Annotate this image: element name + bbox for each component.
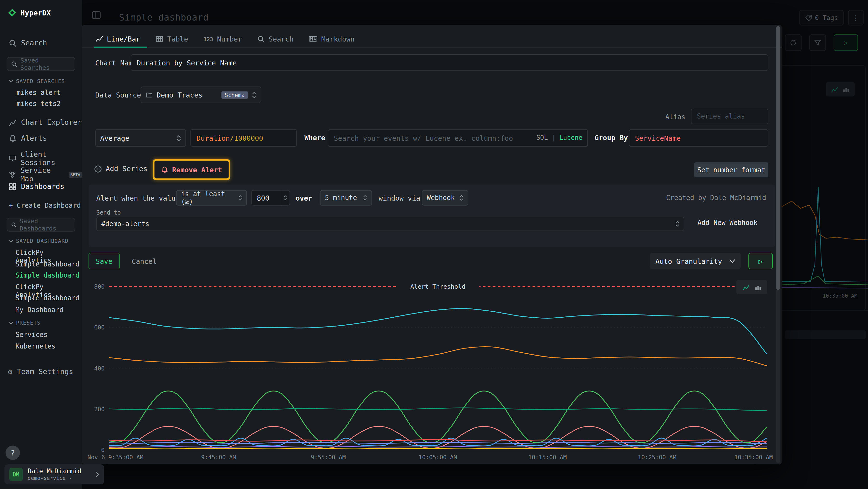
dashboard-list-item[interactable]: My Dashboard — [16, 306, 63, 313]
help-button[interactable]: ? — [5, 445, 20, 460]
sidebar-item-alerts[interactable]: Alerts — [9, 134, 47, 142]
app-logo[interactable]: HyperDX — [8, 8, 51, 17]
sidebar: HyperDX Search Saved Searches SAVED SEAR… — [0, 0, 82, 489]
chevron-down-icon — [9, 239, 13, 242]
saved-searches-input[interactable]: Saved Searches — [7, 57, 75, 71]
alert-window-select[interactable]: 5 minute — [320, 190, 372, 206]
number-stepper[interactable] — [281, 191, 289, 205]
value-field: Duration — [196, 134, 230, 142]
svg-text:Alert Threshold: Alert Threshold — [410, 283, 465, 290]
svg-text:10:25:00 AM: 10:25:00 AM — [638, 454, 676, 461]
sidebar-item-chart-explorer[interactable]: Chart Explorer — [9, 118, 82, 126]
bar-chart-icon[interactable] — [754, 283, 762, 291]
chevron-down-icon — [9, 79, 13, 83]
plus-circle-icon — [94, 165, 102, 173]
user-subtitle: demo-service - — [28, 475, 82, 482]
tab-markdown[interactable]: Markdown — [309, 34, 355, 43]
edit-chart-modal: Line/Bar Table 123 Number Search Markdow… — [82, 25, 782, 464]
sidebar-item-client-sessions[interactable]: Client Sessions — [9, 150, 82, 167]
markdown-icon — [309, 35, 317, 43]
preset-item-services[interactable]: Services — [16, 331, 48, 339]
sidebar-item-search[interactable]: Search — [9, 39, 47, 47]
alert-threshold-input[interactable]: 800 — [251, 190, 290, 206]
send-to-label: Send to — [96, 209, 121, 216]
lucene-toggle[interactable]: Lucene — [559, 134, 582, 141]
create-dashboard-button[interactable]: + Create Dashboard — [9, 202, 81, 209]
chevron-down-icon — [9, 321, 13, 324]
chart-display-toggle[interactable] — [736, 280, 768, 294]
saved-searches-header[interactable]: SAVED SEARCHES — [9, 78, 65, 84]
where-input-wrap: SQL | Lucene — [328, 129, 588, 147]
tab-line-bar[interactable]: Line/Bar — [95, 34, 140, 43]
granularity-select[interactable]: Auto Granularity — [650, 253, 741, 269]
chevron-up-icon[interactable] — [283, 195, 287, 198]
beta-badge: BETA — [69, 172, 82, 178]
preset-item-kubernetes[interactable]: Kubernetes — [16, 343, 56, 350]
tab-table[interactable]: Table — [156, 34, 188, 43]
svg-text:10:15:00 AM: 10:15:00 AM — [528, 454, 567, 461]
app-viewport: Simple dashboard 0 Tags ⋮ ▷ 10:35:00 AM — [0, 0, 868, 489]
dashboard-list-item-active[interactable]: Simple dashboard — [16, 271, 79, 279]
save-button[interactable]: Save — [89, 253, 120, 269]
updown-chevron-icon — [675, 221, 679, 227]
chart-name-input[interactable] — [131, 54, 768, 71]
svg-text:10:05:00 AM: 10:05:00 AM — [418, 454, 457, 461]
sql-toggle[interactable]: SQL — [536, 134, 548, 141]
dashboard-list-item[interactable]: Simple Dashboard — [16, 260, 79, 268]
alias-label: Alias — [661, 113, 685, 121]
data-source-select[interactable]: Demo Traces Schema — [141, 86, 261, 103]
user-menu[interactable]: DM Dale McDiarmid demo-service - — [4, 464, 104, 484]
gear-icon: ⚙ — [8, 367, 12, 376]
chevron-down-icon — [730, 259, 735, 263]
presets-header[interactable]: PRESETS — [9, 320, 40, 326]
add-series-button[interactable]: Add Series — [94, 165, 147, 173]
query-language-toggle[interactable]: SQL | Lucene — [536, 134, 582, 141]
play-icon: ▷ — [758, 257, 763, 265]
user-name: Dale McDiarmid — [28, 467, 82, 475]
chart-explorer-icon — [9, 118, 17, 126]
modal-scrollbar[interactable] — [776, 26, 780, 463]
cancel-button[interactable]: Cancel — [132, 257, 157, 265]
run-chart-button[interactable]: ▷ — [748, 253, 773, 269]
aggregation-select[interactable]: Average — [95, 129, 186, 147]
group-by-label: Group By — [595, 134, 628, 142]
set-number-format-button[interactable]: Set number format — [694, 163, 768, 177]
saved-search-item[interactable]: mikes alert — [17, 89, 61, 96]
alias-input[interactable] — [691, 109, 768, 124]
svg-text:9:45:00 AM: 9:45:00 AM — [201, 454, 236, 461]
chevron-down-icon[interactable] — [283, 198, 287, 201]
saved-dashboards-input[interactable]: Saved Dashboards — [7, 218, 75, 231]
sidebar-item-team-settings[interactable]: ⚙ Team Settings — [8, 367, 73, 376]
group-by-input[interactable]: ServiceName — [629, 129, 768, 147]
dashboard-list-item[interactable]: Simple dashboard — [16, 294, 79, 302]
sidebar-item-dashboards[interactable]: Dashboards — [9, 182, 64, 191]
svg-text:800: 800 — [94, 283, 105, 290]
scrollbar-thumb[interactable] — [776, 26, 780, 290]
tab-number[interactable]: 123 Number — [204, 34, 242, 43]
send-to-select[interactable]: #demo-alerts — [96, 217, 684, 231]
remove-alert-button[interactable]: Remove Alert — [161, 165, 222, 174]
data-source-value: Demo Traces — [157, 90, 203, 99]
over-label: over — [296, 194, 312, 202]
svg-text:10:35:00 AM: 10:35:00 AM — [735, 454, 773, 461]
schema-badge: Schema — [221, 91, 248, 98]
saved-dashboards-header[interactable]: SAVED DASHBOARD — [9, 238, 68, 244]
line-bar-icon — [95, 35, 103, 43]
updown-chevron-icon — [363, 195, 367, 201]
tab-search[interactable]: Search — [257, 34, 294, 43]
saved-search-item[interactable]: mikes tets2 — [17, 100, 61, 107]
svg-text:Nov 6 9:35:00 AM: Nov 6 9:35:00 AM — [88, 454, 144, 461]
alert-condition-select[interactable]: is at least (≥) — [176, 190, 247, 206]
table-icon — [156, 35, 163, 43]
add-new-webhook-link[interactable]: Add New Webhook — [698, 219, 757, 227]
updown-chevron-icon — [460, 195, 463, 201]
tabs-divider — [82, 47, 782, 48]
sidebar-item-service-map[interactable]: Service Map BETA — [9, 166, 82, 183]
value-expression-input[interactable]: Duration/1000000 — [190, 129, 297, 147]
alert-channel-select[interactable]: Webhook — [422, 190, 468, 206]
monitor-icon — [9, 155, 16, 163]
plus-icon: + — [9, 202, 13, 209]
number-123-icon: 123 — [204, 36, 213, 42]
data-source-label: Data Source — [95, 91, 141, 99]
line-chart-icon[interactable] — [742, 283, 749, 291]
